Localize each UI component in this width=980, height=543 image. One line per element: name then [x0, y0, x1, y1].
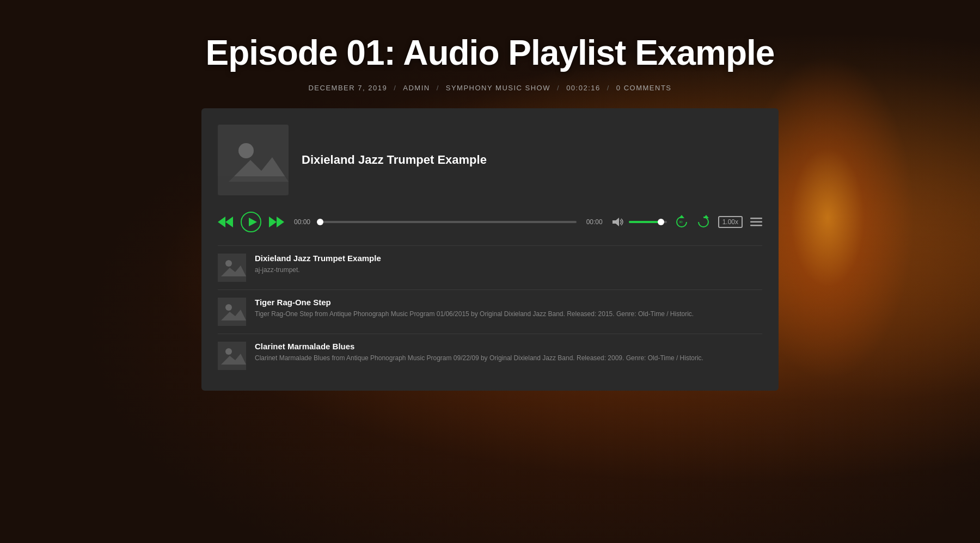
rewind-30-button[interactable]: 30: [675, 215, 689, 229]
speed-badge[interactable]: 1.00x: [718, 216, 743, 228]
meta-date[interactable]: DECEMBER 7, 2019: [308, 84, 387, 92]
svg-marker-7: [249, 218, 257, 226]
playlist-track-title-3: Clarinet Marmalade Blues: [255, 342, 762, 351]
svg-text:30: 30: [679, 220, 683, 224]
playlist-track-desc-1: aj-jazz-trumpet.: [255, 265, 762, 275]
page-title: Episode 01: Audio Playlist Example: [206, 33, 775, 73]
album-art: [218, 125, 289, 195]
svg-marker-4: [225, 217, 233, 227]
playlist-item[interactable]: Dixieland Jazz Trumpet Example aj-jazz-t…: [218, 245, 762, 289]
page-meta: DECEMBER 7, 2019 / ADMIN / SYMPHONY MUSI…: [206, 84, 775, 92]
playlist: Dixieland Jazz Trumpet Example aj-jazz-t…: [218, 245, 762, 378]
controls-row: 00:00 00:00 30: [218, 212, 762, 232]
svg-rect-3: [218, 176, 289, 195]
volume-icon[interactable]: [612, 217, 624, 227]
separator-3: /: [557, 84, 560, 92]
now-playing-title: Dixieland Jazz Trumpet Example: [302, 153, 487, 167]
forward-button[interactable]: [696, 215, 710, 229]
meta-show[interactable]: SYMPHONY MUSIC SHOW: [446, 84, 550, 92]
svg-point-24: [225, 348, 232, 355]
svg-marker-11: [679, 215, 684, 218]
svg-rect-20: [218, 298, 246, 326]
meta-author[interactable]: ADMIN: [403, 84, 430, 92]
play-button[interactable]: [241, 212, 261, 232]
time-current: 00:00: [292, 218, 313, 226]
svg-point-21: [225, 304, 232, 311]
menu-button[interactable]: [750, 218, 762, 226]
playlist-item[interactable]: Tiger Rag-One Step Tiger Rag-One Step fr…: [218, 289, 762, 334]
rewind-button[interactable]: [218, 217, 233, 227]
playlist-info-3: Clarinet Marmalade Blues Clarinet Marmal…: [255, 342, 762, 363]
meta-duration: 00:02:16: [566, 84, 601, 92]
svg-marker-10: [612, 218, 619, 226]
playlist-track-desc-3: Clarinet Marmalade Blues from Antique Ph…: [255, 353, 762, 363]
svg-marker-13: [703, 215, 709, 218]
separator-2: /: [437, 84, 439, 92]
svg-rect-16: [750, 225, 762, 226]
svg-rect-14: [750, 218, 762, 219]
playlist-thumb-1: [218, 254, 246, 282]
playlist-info-1: Dixieland Jazz Trumpet Example aj-jazz-t…: [255, 254, 762, 275]
page-header: Episode 01: Audio Playlist Example DECEM…: [206, 33, 775, 92]
separator-1: /: [394, 84, 396, 92]
now-playing-info: Dixieland Jazz Trumpet Example: [302, 153, 487, 167]
player-container: Dixieland Jazz Trumpet Example 0: [201, 108, 779, 391]
svg-point-1: [238, 143, 254, 158]
separator-4: /: [607, 84, 610, 92]
svg-rect-23: [218, 342, 246, 370]
svg-marker-5: [218, 217, 225, 227]
now-playing-area: Dixieland Jazz Trumpet Example: [218, 125, 762, 195]
playlist-item[interactable]: Clarinet Marmalade Blues Clarinet Marmal…: [218, 334, 762, 378]
progress-bar[interactable]: [320, 221, 577, 223]
playlist-thumb-3: [218, 342, 246, 370]
playlist-track-title-1: Dixieland Jazz Trumpet Example: [255, 254, 762, 263]
playlist-track-title-2: Tiger Rag-One Step: [255, 298, 762, 307]
svg-rect-17: [218, 254, 246, 282]
volume-area: [612, 217, 667, 227]
volume-slider-fill: [629, 221, 661, 223]
fast-forward-button[interactable]: [269, 217, 284, 227]
svg-marker-9: [277, 217, 284, 227]
meta-comments[interactable]: 0 COMMENTS: [616, 84, 672, 92]
svg-marker-8: [269, 217, 277, 227]
playlist-track-desc-2: Tiger Rag-One Step from Antique Phonogra…: [255, 309, 762, 319]
time-total: 00:00: [584, 218, 605, 226]
svg-rect-15: [750, 221, 762, 223]
playlist-thumb-2: [218, 298, 246, 326]
playlist-info-2: Tiger Rag-One Step Tiger Rag-One Step fr…: [255, 298, 762, 319]
volume-slider[interactable]: [629, 221, 667, 223]
svg-point-18: [225, 260, 232, 267]
